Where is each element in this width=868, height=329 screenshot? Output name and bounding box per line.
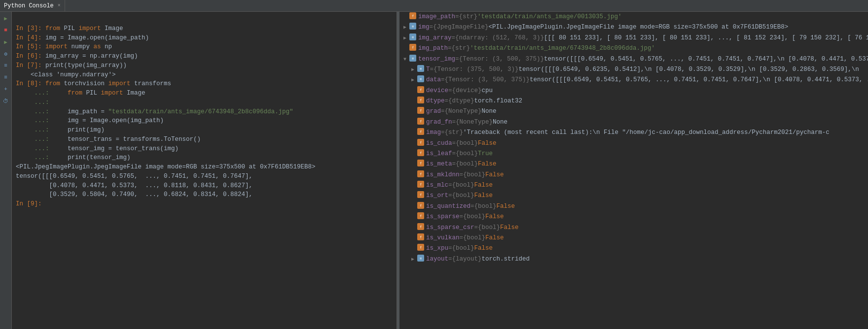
var-row-layout[interactable]: ▶≡layout ={layout} torch.strided bbox=[399, 254, 868, 264]
var-type-label: ={bool} bbox=[448, 191, 474, 200]
expand-arrow: ▶ bbox=[411, 66, 417, 74]
var-type-label: ={device} bbox=[448, 86, 482, 96]
svg-text:f: f bbox=[420, 99, 422, 102]
var-row-dtype: fdtype ={dtype} torch.float32 bbox=[399, 96, 868, 106]
var-row-grad_fn: fgrad_fn ={NoneType} None bbox=[399, 117, 868, 128]
var-type-label: ={bool} bbox=[470, 202, 497, 211]
close-history-btn[interactable]: ≡ bbox=[1, 73, 10, 82]
var-name-label: layout bbox=[426, 255, 448, 264]
list-icon: ≡ bbox=[409, 23, 416, 30]
var-name-label: img_path bbox=[418, 44, 448, 53]
var-name-label: is_cuda bbox=[426, 139, 452, 148]
svg-text:f: f bbox=[420, 183, 422, 187]
var-row-image_path: fimage_path ={str} 'testdata/train/ants_… bbox=[399, 12, 868, 22]
svg-text:f: f bbox=[420, 193, 422, 197]
field-icon: f bbox=[417, 86, 424, 93]
add-btn[interactable]: + bbox=[1, 85, 10, 94]
var-type-label: ={str} bbox=[448, 44, 470, 53]
var-name-label: is_leaf bbox=[426, 149, 452, 159]
var-name-label: is_sparse_csr bbox=[426, 223, 474, 232]
svg-text:f: f bbox=[420, 246, 422, 250]
var-value-label: 'testdata/train/ants_image/6743948_2b8c0… bbox=[470, 44, 655, 53]
var-value-label: tensor([[[0.6549, 0.5451, 0.5765, ..., 0… bbox=[544, 55, 868, 64]
field-icon: f bbox=[417, 212, 424, 219]
var-value-label: 'Traceback (most recent call last):\n Fi… bbox=[463, 128, 830, 137]
var-value-label: cpu bbox=[482, 86, 493, 96]
var-value-label: tensor([[[0.6549, 0.6235, 0.5412],\n [0.… bbox=[519, 65, 859, 74]
var-type-label: ={bool} bbox=[448, 181, 474, 190]
svg-text:f: f bbox=[412, 14, 414, 18]
var-row-is_mkldnn: fis_mkldnn ={bool} False bbox=[399, 170, 868, 180]
var-value-label: False bbox=[474, 244, 493, 253]
var-value-label: [[[ 80 151 233], [ 80 151 233], [ 80 151… bbox=[544, 33, 868, 43]
expand-arrow: ▶ bbox=[411, 76, 417, 84]
svg-text:f: f bbox=[420, 162, 422, 165]
var-name-label: is_sparse bbox=[426, 212, 460, 222]
var-value-label: None bbox=[482, 107, 497, 116]
var-value-label: None bbox=[493, 118, 507, 127]
tab-bar: Python Console × bbox=[0, 0, 868, 12]
clock-btn[interactable]: ⏱ bbox=[1, 97, 10, 105]
var-row-tensor_img[interactable]: ▼≡tensor_img ={Tensor: (3, 500, 375)} te… bbox=[399, 54, 868, 65]
field-icon: f bbox=[417, 97, 424, 103]
list-icon: ≡ bbox=[409, 33, 416, 40]
var-name-label: is_meta bbox=[426, 160, 452, 169]
var-value-label: False bbox=[478, 160, 497, 169]
svg-text:f: f bbox=[420, 120, 422, 124]
var-row-img_array[interactable]: ▶≡img_array ={ndarray: (512, 768, 3)} [[… bbox=[399, 33, 868, 43]
svg-text:≡: ≡ bbox=[420, 67, 422, 71]
left-toolbar: ▶ ■ ▶ ⚙ ≡ ≡ + ⏱ bbox=[0, 12, 12, 329]
field-icon: f bbox=[409, 12, 416, 19]
var-row-is_meta: fis_meta ={bool} False bbox=[399, 159, 868, 169]
var-value-label: 'testdata/train/ants_image/0013035.jpg' bbox=[477, 12, 622, 22]
var-type-label: ={str} bbox=[455, 12, 477, 22]
list-icon: ≡ bbox=[417, 255, 424, 262]
var-name-label: is_quantized bbox=[426, 202, 470, 211]
svg-text:≡: ≡ bbox=[420, 257, 422, 261]
var-row-img_path: fimg_path ={str} 'testdata/train/ants_im… bbox=[399, 43, 868, 54]
var-row-data[interactable]: ▶≡data ={Tensor: (3, 500, 375)} tensor([… bbox=[399, 75, 868, 85]
svg-text:≡: ≡ bbox=[420, 77, 422, 81]
var-value-label: torch.float32 bbox=[474, 97, 523, 106]
var-row-is_xpu: fis_xpu ={bool} False bbox=[399, 243, 868, 254]
field-icon: f bbox=[417, 244, 424, 251]
var-name-label: tensor_img bbox=[418, 55, 455, 64]
svg-text:≡: ≡ bbox=[412, 25, 414, 29]
var-type-label: ={bool} bbox=[452, 139, 478, 148]
var-row-T[interactable]: ▶≡T ={Tensor: (375, 500, 3)} tensor([[[0… bbox=[399, 65, 868, 75]
var-row-is_mlc: fis_mlc ={bool} False bbox=[399, 180, 868, 191]
python-console-tab[interactable]: Python Console × bbox=[0, 0, 65, 11]
var-row-is_leaf: fis_leaf ={bool} True bbox=[399, 149, 868, 159]
var-row-is_cuda: fis_cuda ={bool} False bbox=[399, 138, 868, 149]
variables-panel[interactable]: fimage_path ={str} 'testdata/train/ants_… bbox=[399, 12, 868, 329]
rerun-btn[interactable]: ▶ bbox=[1, 37, 10, 46]
var-row-device: fdevice ={device} cpu bbox=[399, 86, 868, 96]
field-icon: f bbox=[417, 128, 424, 135]
main-container: ▶ ■ ▶ ⚙ ≡ ≡ + ⏱ In [3]: from PIL import … bbox=[0, 12, 868, 329]
var-row-img[interactable]: ▶≡img ={JpegImageFile} <PIL.JpegImagePlu… bbox=[399, 22, 868, 33]
settings-btn[interactable]: ⚙ bbox=[1, 49, 10, 58]
var-type-label: ={Tensor: (375, 500, 3)} bbox=[430, 65, 519, 74]
var-name-label: is_mkldnn bbox=[426, 170, 460, 180]
tab-close-btn[interactable]: × bbox=[58, 3, 61, 8]
run-btn[interactable]: ▶ bbox=[1, 14, 10, 23]
var-value-label: torch.strided bbox=[482, 255, 530, 264]
console-area[interactable]: In [3]: from PIL import Image In [4]: im… bbox=[12, 12, 397, 329]
console-content: In [3]: from PIL import Image In [4]: im… bbox=[12, 14, 397, 210]
var-row-is_quantized: fis_quantized ={bool} False bbox=[399, 201, 868, 212]
expand-arrow: ▶ bbox=[403, 34, 409, 42]
var-value-label: False bbox=[485, 233, 504, 243]
var-type-label: ={str} bbox=[441, 128, 463, 137]
history-btn[interactable]: ≡ bbox=[1, 61, 10, 70]
svg-text:f: f bbox=[420, 88, 422, 92]
svg-text:f: f bbox=[420, 130, 422, 134]
var-row-is_sparse_csr: fis_sparse_csr ={bool} False bbox=[399, 223, 868, 233]
var-name-label: is_ort bbox=[426, 191, 448, 200]
var-row-imag: fimag ={str} 'Traceback (most recent cal… bbox=[399, 128, 868, 138]
field-icon: f bbox=[417, 107, 424, 114]
field-icon: f bbox=[417, 118, 424, 125]
var-value-label: tensor([[[0.6549, 0.5451, 0.5765, ..., 0… bbox=[530, 75, 868, 85]
stop-btn[interactable]: ■ bbox=[1, 26, 10, 34]
var-value-label: False bbox=[497, 202, 515, 211]
svg-text:f: f bbox=[420, 204, 422, 208]
